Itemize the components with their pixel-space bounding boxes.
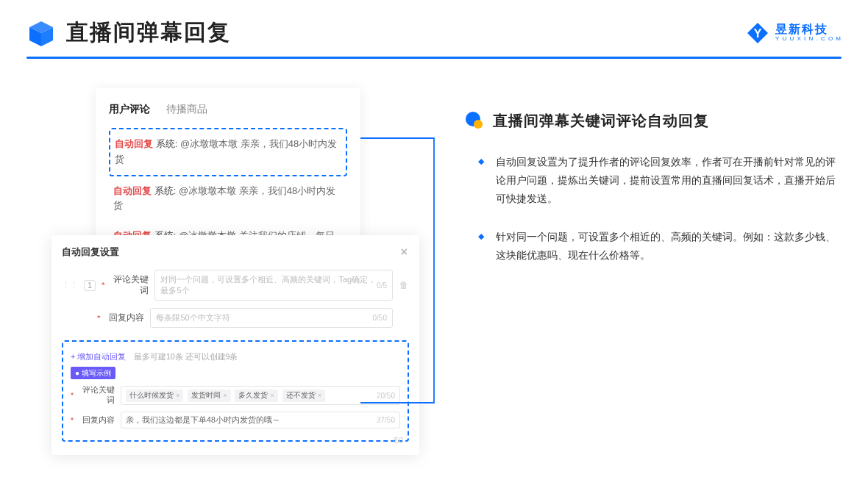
example-box: + 增加自动回复 最多可建10条 还可以创建9条 ● 填写示例 * 评论关键词 … bbox=[62, 340, 409, 442]
tag-chip[interactable]: 发货时间× bbox=[188, 390, 230, 402]
example-reply-input[interactable]: 亲，我们这边都是下单48小时内发货的哦～ 37/50 bbox=[121, 412, 400, 428]
keyword-label: 评论关键词 bbox=[110, 274, 149, 296]
tag-chip[interactable]: 还不发货× bbox=[282, 390, 325, 402]
right-column: 直播间弹幕关键词评论自动回复 自动回复设置为了提升作者的评论回复效率，作者可在开… bbox=[463, 88, 842, 284]
tab-pending-goods[interactable]: 待播商品 bbox=[166, 103, 207, 116]
example-reply-counter: 37/50 bbox=[377, 416, 395, 424]
logo-text-main: 昱新科技 bbox=[775, 23, 842, 36]
svg-text:Y: Y bbox=[754, 27, 762, 40]
reply-input[interactable]: 每条限50个中文字符 0/50 bbox=[150, 308, 393, 328]
auto-reply-settings-modal: 自动回复设置 × ⋮⋮ 1 * 评论关键词 对同一个问题，可设置多个相近、高频的… bbox=[51, 235, 419, 455]
comment-item: 自动回复 系统: @冰墩墩本墩 亲亲，我们48小时内发货 bbox=[109, 176, 347, 222]
example-keyword-label: 评论关键词 bbox=[79, 385, 115, 406]
logo-text-sub: Y U U X I N . C O M bbox=[775, 36, 842, 43]
section-title: 直播间弹幕关键词评论自动回复 bbox=[493, 111, 709, 131]
example-keyword-input[interactable]: 什么时候发货× 发货时间× 多久发货× 还不发货× 20/50 bbox=[121, 386, 400, 405]
comment-item-highlighted: 自动回复 系统: @冰墩墩本墩 亲亲，我们48小时内发货 bbox=[109, 128, 347, 176]
keyword-counter: 0/5 bbox=[377, 281, 387, 290]
left-column: 用户评论 待播商品 自动回复 系统: @冰墩墩本墩 亲亲，我们48小时内发货 自… bbox=[51, 88, 427, 284]
page-header: 直播间弹幕回复 Y 昱新科技 Y U U X I N . C O M bbox=[0, 0, 868, 48]
logo-diamond-icon: Y bbox=[746, 21, 769, 45]
example-badge: ● 填写示例 bbox=[71, 367, 115, 379]
example-reply-label: 回复内容 bbox=[79, 415, 115, 426]
trash-icon[interactable]: 🗑 bbox=[399, 280, 409, 290]
tag-chip[interactable]: 多久发货× bbox=[235, 390, 277, 402]
add-hint: 最多可建10条 还可以创建9条 bbox=[134, 352, 238, 361]
close-icon[interactable]: × bbox=[401, 245, 408, 259]
cube-icon bbox=[26, 18, 56, 48]
auto-reply-tag: 自动回复 bbox=[115, 138, 153, 149]
row-number: 1 bbox=[84, 280, 96, 291]
outside-counter: /50 bbox=[393, 437, 403, 445]
tag-chip[interactable]: 什么时候发货× bbox=[126, 390, 183, 402]
modal-title: 自动回复设置 bbox=[62, 245, 119, 259]
tab-user-comments[interactable]: 用户评论 bbox=[109, 103, 150, 116]
page-title: 直播间弹幕回复 bbox=[66, 18, 231, 48]
comment-tabs: 用户评论 待播商品 bbox=[109, 103, 347, 116]
brand-logo: Y 昱新科技 Y U U X I N . C O M bbox=[746, 21, 842, 45]
svg-point-6 bbox=[474, 120, 483, 129]
title-wrap: 直播间弹幕回复 bbox=[26, 18, 231, 48]
keyword-input[interactable]: 对同一个问题，可设置多个相近、高频的关键词，Tag确定，最多5个 0/5 bbox=[154, 270, 393, 301]
bullet-item: 自动回复设置为了提升作者的评论回复效率，作者可在开播前针对常见的评论用户问题，提… bbox=[483, 153, 842, 209]
bullet-list: 自动回复设置为了提升作者的评论回复效率，作者可在开播前针对常见的评论用户问题，提… bbox=[463, 153, 842, 265]
example-kw-counter: 20/50 bbox=[377, 392, 395, 400]
bullet-item: 针对同一个问题，可设置多个相近的、高频的关键词。例如：这款多少钱、这块能优惠吗、… bbox=[483, 228, 842, 265]
reply-label: 回复内容 bbox=[106, 312, 144, 323]
add-auto-reply-link[interactable]: + 增加自动回复 bbox=[71, 352, 126, 361]
reply-counter: 0/50 bbox=[373, 314, 387, 322]
chat-bubble-icon bbox=[463, 110, 484, 131]
drag-handle-icon[interactable]: ⋮⋮ bbox=[62, 281, 78, 290]
